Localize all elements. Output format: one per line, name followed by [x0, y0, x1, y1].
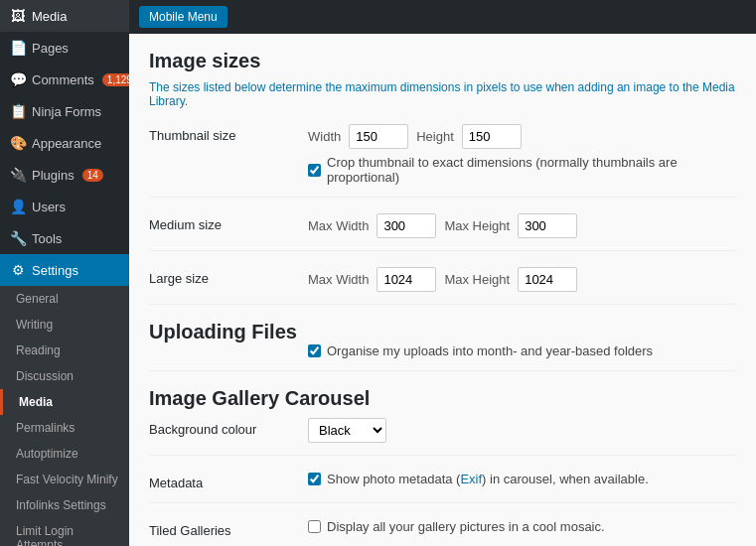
appearance-icon: 🎨	[10, 135, 26, 151]
thumbnail-height-input[interactable]	[462, 124, 522, 149]
comments-icon: 💬	[10, 71, 26, 87]
metadata-label: Metadata	[149, 472, 308, 490]
main-content: Mobile Menu Image sizes The sizes listed…	[129, 0, 756, 546]
height-label: Height	[416, 129, 454, 144]
medium-size-inputs: Max Width Max Height	[308, 213, 736, 238]
tiled-label: Tiled Galleries	[149, 519, 308, 538]
tiled-checkbox-label: Display all your gallery pictures in a c…	[327, 519, 605, 534]
sidebar-item-tools[interactable]: 🔧 Tools	[0, 222, 129, 254]
sidebar-item-users[interactable]: 👤 Users	[0, 191, 129, 222]
users-icon: 👤	[10, 199, 26, 214]
thumbnail-size-inputs: Width Height	[308, 124, 736, 149]
exif-link[interactable]: Exif	[460, 472, 482, 486]
comments-badge: 1,129	[102, 73, 129, 86]
large-max-height-label: Max Height	[444, 272, 510, 287]
medium-label: Medium size	[149, 213, 308, 232]
image-sizes-title: Image sizes	[149, 50, 736, 72]
submenu-permalinks[interactable]: Permalinks	[0, 415, 129, 441]
large-row: Large size Max Width Max Height	[149, 267, 736, 305]
large-label: Large size	[149, 267, 308, 286]
thumbnail-crop-checkbox[interactable]	[308, 164, 321, 177]
content-area: Image sizes The sizes listed below deter…	[129, 34, 756, 546]
metadata-controls: Show photo metadata (Exif) in carousel, …	[308, 472, 736, 486]
metadata-row: Metadata Show photo metadata (Exif) in c…	[149, 472, 736, 503]
plugins-icon: 🔌	[10, 167, 26, 183]
sidebar-item-media[interactable]: 🖼 Media	[0, 0, 129, 32]
mobile-menu-button[interactable]: Mobile Menu	[139, 6, 227, 28]
organise-label: Organise my uploads into month- and year…	[327, 343, 653, 358]
thumbnail-crop-label: Crop thumbnail to exact dimensions (norm…	[327, 155, 736, 185]
thumbnail-controls: Width Height Crop thumbnail to exact dim…	[308, 124, 736, 185]
uploading-row: Organise my uploads into month- and year…	[149, 343, 736, 371]
sidebar-item-ninja-forms[interactable]: 📋 Ninja Forms	[0, 95, 129, 127]
organise-checkbox-row: Organise my uploads into month- and year…	[308, 343, 736, 358]
top-bar: Mobile Menu	[129, 0, 756, 34]
tiled-checkbox[interactable]	[308, 520, 321, 533]
submenu-reading[interactable]: Reading	[0, 338, 129, 363]
submenu-autoptimize[interactable]: Autoptimize	[0, 441, 129, 467]
large-max-width-label: Max Width	[308, 272, 369, 287]
medium-controls: Max Width Max Height	[308, 213, 736, 238]
large-controls: Max Width Max Height	[308, 267, 736, 292]
submenu-fast-velocity-minify[interactable]: Fast Velocity Minify	[0, 467, 129, 492]
sidebar: 🖼 Media 📄 Pages 💬 Comments 1,129 📋 Ninja…	[0, 0, 129, 546]
sidebar-item-plugins[interactable]: 🔌 Plugins 14	[0, 159, 129, 191]
sidebar-item-pages[interactable]: 📄 Pages	[0, 32, 129, 64]
pages-icon: 📄	[10, 40, 26, 56]
tiled-galleries-row: Tiled Galleries Display all your gallery…	[149, 519, 736, 546]
submenu-media[interactable]: Media	[0, 389, 129, 415]
thumbnail-crop-row: Crop thumbnail to exact dimensions (norm…	[308, 155, 736, 185]
medium-height-input[interactable]	[518, 213, 577, 238]
medium-width-input[interactable]	[377, 213, 436, 238]
large-size-inputs: Max Width Max Height	[308, 267, 736, 292]
width-label: Width	[308, 129, 341, 144]
organise-checkbox[interactable]	[308, 344, 321, 357]
thumbnail-label: Thumbnail size	[149, 124, 308, 143]
submenu-limit-login[interactable]: Limit Login Attempts	[0, 518, 129, 546]
submenu-writing[interactable]: Writing	[0, 312, 129, 338]
ninja-forms-icon: 📋	[10, 103, 26, 119]
submenu-infolinks[interactable]: Infolinks Settings	[0, 492, 129, 518]
gallery-title: Image Gallery Carousel	[149, 387, 736, 410]
bg-colour-label: Background colour	[149, 418, 308, 437]
submenu-discussion[interactable]: Discussion	[0, 363, 129, 389]
media-icon: 🖼	[10, 8, 26, 24]
thumbnail-width-input[interactable]	[349, 124, 408, 149]
large-height-input[interactable]	[518, 267, 577, 292]
medium-row: Medium size Max Width Max Height	[149, 213, 736, 251]
tools-icon: 🔧	[10, 230, 26, 246]
image-sizes-desc: The sizes listed below determine the max…	[149, 80, 736, 108]
submenu-general[interactable]: General	[0, 286, 129, 312]
background-colour-row: Background colour Black White Custom	[149, 418, 736, 456]
uploading-title: Uploading Files	[149, 321, 736, 343]
sidebar-item-appearance[interactable]: 🎨 Appearance	[0, 127, 129, 159]
bg-colour-controls: Black White Custom	[308, 418, 736, 443]
large-width-input[interactable]	[377, 267, 436, 292]
background-colour-select[interactable]: Black White Custom	[308, 418, 386, 443]
medium-max-height-label: Max Height	[444, 218, 510, 233]
metadata-checkbox-row: Show photo metadata (Exif) in carousel, …	[308, 472, 736, 486]
uploading-controls: Organise my uploads into month- and year…	[308, 343, 736, 358]
tiled-controls: Display all your gallery pictures in a c…	[308, 519, 736, 534]
medium-max-width-label: Max Width	[308, 218, 369, 233]
metadata-checkbox[interactable]	[308, 473, 321, 485]
sidebar-item-comments[interactable]: 💬 Comments 1,129	[0, 64, 129, 95]
sidebar-item-settings[interactable]: ⚙ Settings	[0, 254, 129, 286]
tiled-checkbox-row: Display all your gallery pictures in a c…	[308, 519, 736, 534]
plugins-badge: 14	[82, 169, 103, 182]
thumbnail-row: Thumbnail size Width Height Crop thumbna…	[149, 124, 736, 198]
settings-icon: ⚙	[10, 262, 26, 278]
settings-submenu: General Writing Reading Discussion Media…	[0, 286, 129, 546]
